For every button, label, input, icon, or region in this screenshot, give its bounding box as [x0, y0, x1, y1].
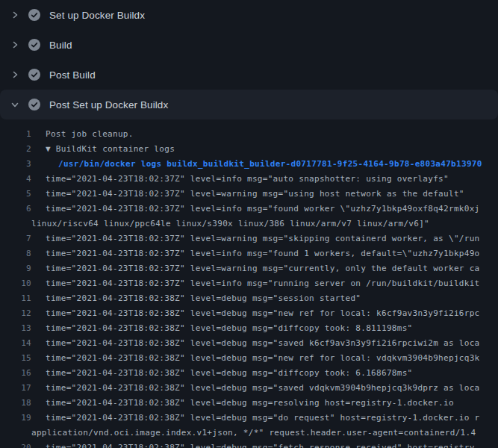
line-text: time="2021-04-23T18:02:37Z" level=warnin… — [31, 187, 464, 202]
log-line: linux/riscv64 linux/ppc64le linux/s390x … — [0, 217, 498, 231]
step-post-build[interactable]: Post Build — [0, 60, 498, 90]
line-number[interactable]: 6 — [0, 202, 31, 217]
line-text: time="2021-04-23T18:02:38Z" level=debug … — [31, 396, 454, 411]
log-line: 6 time="2021-04-23T18:02:37Z" level=info… — [0, 202, 498, 217]
line-number[interactable]: 17 — [0, 381, 31, 396]
line-text: time="2021-04-23T18:02:37Z" level=info m… — [31, 172, 449, 187]
line-text: time="2021-04-23T18:02:38Z" level=debug … — [31, 306, 480, 321]
log-line: 8 time="2021-04-23T18:02:37Z" level=info… — [0, 246, 498, 261]
log-line: 19 time="2021-04-23T18:02:38Z" level=deb… — [0, 411, 498, 426]
line-text: time="2021-04-23T18:02:38Z" level=debug … — [31, 441, 480, 448]
step-label: Build — [49, 40, 72, 51]
log-line: 7 time="2021-04-23T18:02:37Z" level=warn… — [0, 231, 498, 246]
line-number[interactable]: 1 — [0, 127, 31, 142]
log-line: 15 time="2021-04-23T18:02:38Z" level=deb… — [0, 351, 498, 366]
check-circle-icon — [28, 99, 40, 111]
line-number[interactable]: 12 — [0, 306, 31, 321]
log-line: 1 Post job cleanup. — [0, 127, 498, 142]
line-number[interactable]: 11 — [0, 291, 31, 306]
step-label: Set up Docker Buildx — [49, 10, 145, 21]
log-line: 12 time="2021-04-23T18:02:38Z" level=deb… — [0, 306, 498, 321]
line-text: /usr/bin/docker logs buildx_buildkit_bui… — [31, 157, 482, 172]
log-line: 2 ▼ BuildKit container logs — [0, 142, 498, 157]
chevron-right-icon — [9, 10, 21, 19]
line-number[interactable]: 14 — [0, 336, 31, 351]
log-line: 20 time="2021-04-23T18:02:38Z" level=deb… — [0, 441, 498, 448]
log-line: 17 time="2021-04-23T18:02:38Z" level=deb… — [0, 381, 498, 396]
step-list: Set up Docker Buildx Build Post Build Po… — [0, 0, 498, 448]
log-container: 1 Post job cleanup. 2 ▼ BuildKit contain… — [0, 119, 498, 448]
step-post-set-up-docker-buildx[interactable]: Post Set up Docker Buildx — [0, 90, 498, 119]
line-number[interactable]: 7 — [0, 231, 31, 246]
line-text: time="2021-04-23T18:02:37Z" level=info m… — [31, 246, 480, 261]
log-line: 11 time="2021-04-23T18:02:38Z" level=deb… — [0, 291, 498, 306]
check-circle-icon — [28, 39, 40, 51]
line-text: time="2021-04-23T18:02:38Z" level=debug … — [31, 351, 480, 366]
chevron-right-icon — [9, 40, 21, 49]
line-text: time="2021-04-23T18:02:38Z" level=debug … — [31, 336, 480, 351]
line-number[interactable]: 4 — [0, 172, 31, 187]
line-number[interactable]: 2 — [0, 142, 31, 157]
line-text: time="2021-04-23T18:02:38Z" level=debug … — [31, 366, 413, 381]
line-text: time="2021-04-23T18:02:37Z" level=info m… — [31, 276, 480, 291]
line-text: linux/riscv64 linux/ppc64le linux/s390x … — [31, 217, 429, 231]
line-number[interactable]: 10 — [0, 276, 31, 291]
line-number[interactable]: 9 — [0, 261, 31, 276]
line-text[interactable]: ▼ BuildKit container logs — [31, 142, 175, 157]
step-set-up-docker-buildx[interactable]: Set up Docker Buildx — [0, 0, 498, 30]
log-line: 10 time="2021-04-23T18:02:37Z" level=inf… — [0, 276, 498, 291]
line-text: Post job cleanup. — [31, 127, 134, 142]
line-number[interactable]: 20 — [0, 441, 31, 448]
log-line: 14 time="2021-04-23T18:02:38Z" level=deb… — [0, 336, 498, 351]
line-number — [0, 426, 31, 441]
line-text: time="2021-04-23T18:02:38Z" level=debug … — [31, 291, 361, 306]
line-text: time="2021-04-23T18:02:38Z" level=debug … — [31, 411, 480, 426]
log-line: 13 time="2021-04-23T18:02:38Z" level=deb… — [0, 321, 498, 336]
line-number[interactable]: 19 — [0, 411, 31, 426]
chevron-right-icon — [9, 70, 21, 79]
line-text: application/vnd.oci.image.index.v1+json,… — [31, 426, 476, 441]
line-number[interactable]: 8 — [0, 246, 31, 261]
check-circle-icon — [28, 69, 40, 81]
log-line: 5 time="2021-04-23T18:02:37Z" level=warn… — [0, 187, 498, 202]
line-number[interactable]: 3 — [0, 157, 31, 172]
line-text: time="2021-04-23T18:02:37Z" level=warnin… — [31, 231, 480, 246]
log-line: 9 time="2021-04-23T18:02:37Z" level=warn… — [0, 261, 498, 276]
line-number[interactable]: 13 — [0, 321, 31, 336]
step-label: Post Set up Docker Buildx — [49, 99, 168, 111]
log-line: 18 time="2021-04-23T18:02:38Z" level=deb… — [0, 396, 498, 411]
line-text: time="2021-04-23T18:02:38Z" level=debug … — [31, 321, 413, 336]
line-text: time="2021-04-23T18:02:37Z" level=info m… — [31, 202, 480, 217]
line-number — [0, 217, 31, 231]
chevron-down-icon — [9, 100, 21, 109]
line-number[interactable]: 16 — [0, 366, 31, 381]
line-number[interactable]: 18 — [0, 396, 31, 411]
check-circle-icon — [28, 9, 40, 21]
line-text: time="2021-04-23T18:02:37Z" level=warnin… — [31, 261, 480, 276]
line-number[interactable]: 5 — [0, 187, 31, 202]
log-line: 3 /usr/bin/docker logs buildx_buildkit_b… — [0, 157, 498, 172]
step-label: Post Build — [49, 69, 96, 81]
line-text: time="2021-04-23T18:02:38Z" level=debug … — [31, 381, 480, 396]
step-build[interactable]: Build — [0, 30, 498, 60]
log-line: 4 time="2021-04-23T18:02:37Z" level=info… — [0, 172, 498, 187]
line-number[interactable]: 15 — [0, 351, 31, 366]
log-line: application/vnd.oci.image.index.v1+json,… — [0, 426, 498, 441]
log-line: 16 time="2021-04-23T18:02:38Z" level=deb… — [0, 366, 498, 381]
